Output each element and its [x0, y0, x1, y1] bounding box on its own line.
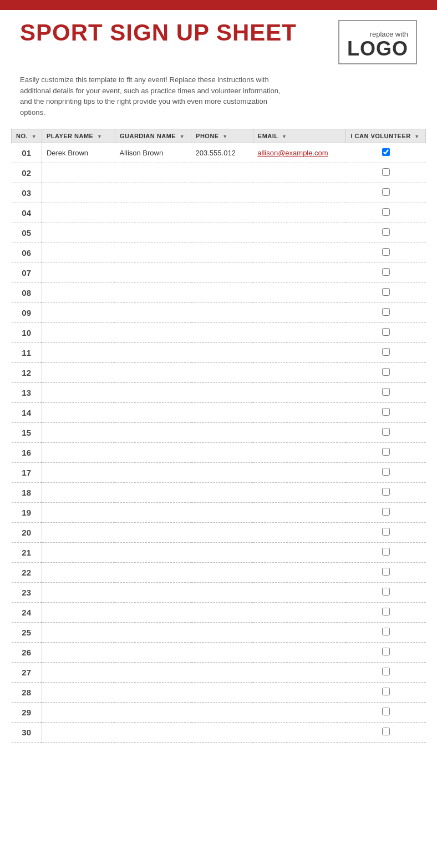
col-header-no[interactable]: NO. ▼	[12, 129, 42, 143]
cell-number: 07	[12, 263, 42, 283]
volunteer-checkbox[interactable]	[382, 488, 390, 496]
phone-dropdown-icon[interactable]: ▼	[222, 134, 227, 139]
volunteer-checkbox[interactable]	[382, 448, 390, 456]
cell-player-name	[42, 423, 115, 443]
volunteer-checkbox[interactable]	[382, 328, 390, 336]
cell-volunteer[interactable]	[346, 223, 426, 243]
cell-volunteer[interactable]	[346, 703, 426, 723]
cell-player-name	[42, 183, 115, 203]
cell-volunteer[interactable]	[346, 583, 426, 603]
volunteer-checkbox[interactable]	[382, 648, 390, 655]
volunteer-checkbox[interactable]	[382, 408, 390, 416]
col-header-email[interactable]: EMAIL ▼	[253, 129, 346, 143]
volunteer-checkbox[interactable]	[382, 428, 390, 436]
cell-volunteer[interactable]	[346, 203, 426, 223]
cell-number: 19	[12, 503, 42, 523]
volunteer-checkbox[interactable]	[382, 628, 390, 635]
volunteer-checkbox[interactable]	[382, 468, 390, 476]
cell-phone	[191, 583, 253, 603]
volunteer-dropdown-icon[interactable]: ▼	[414, 134, 419, 139]
cell-volunteer[interactable]	[346, 483, 426, 503]
table-row: 18	[12, 483, 426, 503]
volunteer-checkbox[interactable]	[382, 148, 390, 156]
cell-email	[253, 583, 346, 603]
table-row: 01Derek BrownAllison Brown203.555.012all…	[12, 143, 426, 163]
cell-volunteer[interactable]	[346, 563, 426, 583]
cell-volunteer[interactable]	[346, 723, 426, 743]
cell-phone	[191, 163, 253, 183]
volunteer-checkbox[interactable]	[382, 248, 390, 256]
cell-phone	[191, 683, 253, 703]
volunteer-checkbox[interactable]	[382, 548, 390, 556]
cell-volunteer[interactable]	[346, 183, 426, 203]
cell-volunteer[interactable]	[346, 643, 426, 663]
volunteer-checkbox[interactable]	[382, 668, 390, 675]
volunteer-checkbox[interactable]	[382, 568, 390, 576]
volunteer-checkbox[interactable]	[382, 308, 390, 316]
cell-volunteer[interactable]	[346, 323, 426, 343]
volunteer-checkbox[interactable]	[382, 728, 390, 735]
cell-volunteer[interactable]	[346, 383, 426, 403]
cell-volunteer[interactable]	[346, 503, 426, 523]
guardian-dropdown-icon[interactable]: ▼	[180, 134, 185, 139]
volunteer-checkbox[interactable]	[382, 228, 390, 236]
volunteer-checkbox[interactable]	[382, 208, 390, 216]
volunteer-checkbox[interactable]	[382, 388, 390, 396]
cell-volunteer[interactable]	[346, 663, 426, 683]
volunteer-checkbox[interactable]	[382, 708, 390, 715]
volunteer-checkbox[interactable]	[382, 588, 390, 596]
volunteer-checkbox[interactable]	[382, 508, 390, 516]
cell-phone	[191, 203, 253, 223]
cell-player-name	[42, 723, 115, 743]
no-dropdown-icon[interactable]: ▼	[32, 134, 37, 139]
cell-number: 08	[12, 283, 42, 303]
volunteer-checkbox[interactable]	[382, 688, 390, 695]
volunteer-checkbox[interactable]	[382, 368, 390, 376]
cell-volunteer[interactable]	[346, 263, 426, 283]
cell-volunteer[interactable]	[346, 143, 426, 163]
cell-number: 04	[12, 203, 42, 223]
cell-volunteer[interactable]	[346, 463, 426, 483]
email-link[interactable]: allison@example.com	[257, 149, 328, 157]
cell-guardian-name	[115, 623, 191, 643]
volunteer-checkbox[interactable]	[382, 528, 390, 536]
cell-volunteer[interactable]	[346, 283, 426, 303]
email-dropdown-icon[interactable]: ▼	[282, 134, 287, 139]
cell-player-name	[42, 163, 115, 183]
table-row: 30	[12, 723, 426, 743]
cell-volunteer[interactable]	[346, 523, 426, 543]
cell-email: allison@example.com	[253, 143, 346, 163]
col-header-phone[interactable]: PHONE ▼	[191, 129, 253, 143]
volunteer-checkbox[interactable]	[382, 188, 390, 196]
cell-volunteer[interactable]	[346, 163, 426, 183]
cell-volunteer[interactable]	[346, 423, 426, 443]
cell-volunteer[interactable]	[346, 403, 426, 423]
cell-volunteer[interactable]	[346, 443, 426, 463]
cell-guardian-name	[115, 243, 191, 263]
table-header-row: NO. ▼ PLAYER NAME ▼ GUARDIAN NAME ▼ PHON…	[12, 129, 426, 143]
volunteer-checkbox[interactable]	[382, 288, 390, 296]
volunteer-checkbox[interactable]	[382, 268, 390, 276]
cell-volunteer[interactable]	[346, 623, 426, 643]
volunteer-checkbox[interactable]	[382, 348, 390, 356]
cell-volunteer[interactable]	[346, 603, 426, 623]
table-row: 15	[12, 423, 426, 443]
player-dropdown-icon[interactable]: ▼	[97, 134, 102, 139]
col-header-volunteer[interactable]: I CAN VOLUNTEER ▼	[346, 129, 426, 143]
cell-number: 29	[12, 703, 42, 723]
cell-email	[253, 703, 346, 723]
table-row: 23	[12, 583, 426, 603]
cell-volunteer[interactable]	[346, 683, 426, 703]
cell-volunteer[interactable]	[346, 343, 426, 363]
cell-volunteer[interactable]	[346, 303, 426, 323]
volunteer-checkbox[interactable]	[382, 608, 390, 615]
cell-volunteer[interactable]	[346, 243, 426, 263]
col-header-guardian[interactable]: GUARDIAN NAME ▼	[115, 129, 191, 143]
cell-player-name	[42, 643, 115, 663]
cell-volunteer[interactable]	[346, 543, 426, 563]
cell-volunteer[interactable]	[346, 363, 426, 383]
cell-number: 14	[12, 403, 42, 423]
header-section: SPORT SIGN UP SHEET replace with LOGO	[0, 10, 437, 70]
volunteer-checkbox[interactable]	[382, 168, 390, 176]
col-header-player[interactable]: PLAYER NAME ▼	[42, 129, 115, 143]
